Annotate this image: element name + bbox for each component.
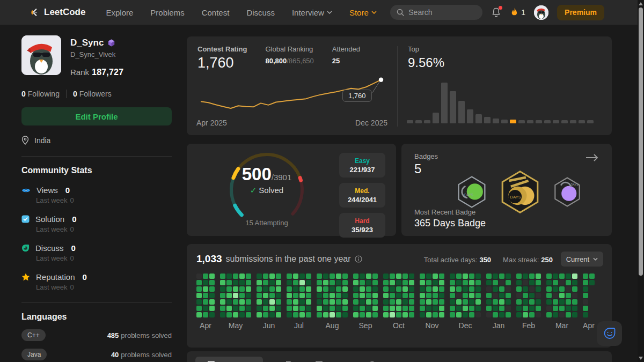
heatmap-cell	[209, 299, 215, 305]
heatmap-month-label: Aug	[317, 321, 348, 330]
arrow-right-icon[interactable]	[585, 153, 599, 162]
help-chat-button[interactable]	[597, 321, 622, 346]
nav-item-contest[interactable]: Contest	[202, 8, 230, 17]
heatmap-cell	[396, 280, 401, 285]
heatmap-cell	[463, 299, 468, 305]
heatmap-month: Sep	[353, 274, 378, 330]
heatmap-cell	[330, 306, 335, 311]
avatar-penguin-icon	[534, 5, 548, 20]
heatmap-cell	[589, 312, 595, 317]
heatmap-cell	[486, 286, 492, 292]
heatmap-cell	[306, 306, 311, 311]
nav-item-problems[interactable]: Problems	[150, 8, 184, 17]
heatmap-cell	[239, 306, 245, 311]
rating-line-chart[interactable]: 1,760	[196, 70, 387, 119]
hard-stat-box[interactable]: Hard 35/923	[339, 213, 385, 238]
heatmap-cell	[317, 293, 322, 298]
heatmap-cell	[409, 299, 414, 305]
365-days-badge-icon[interactable]: DAYS	[499, 169, 541, 215]
notifications-button[interactable]	[491, 7, 502, 18]
heatmap-cell	[475, 306, 481, 311]
streak-counter[interactable]: 1	[510, 8, 525, 18]
heatmap-cell	[342, 293, 348, 298]
range-dropdown[interactable]: Current	[561, 252, 603, 267]
active-days-value: 350	[479, 256, 491, 264]
global-ranking-block: Global Ranking 80,800/865,650	[265, 45, 313, 71]
heatmap-cell	[306, 293, 311, 298]
heatmap-cell	[366, 286, 371, 292]
heatmap-cell	[246, 312, 251, 317]
flame-icon	[510, 8, 518, 18]
heatmap-cell	[209, 286, 215, 292]
heatmap-cell	[220, 299, 225, 305]
heatmap-cell	[233, 274, 238, 279]
heatmap-cell	[336, 306, 341, 311]
chevron-down-icon	[327, 11, 332, 14]
nav-item-discuss[interactable]: Discuss	[246, 8, 275, 17]
community-stats-title: Community Stats	[21, 166, 172, 175]
scroll-up-arrow[interactable]	[639, 2, 643, 5]
heatmap-cell	[390, 312, 395, 317]
heatmap-cell	[402, 274, 408, 279]
leetcode-logo[interactable]: LeetCode	[29, 6, 85, 18]
heatmap-cell	[493, 312, 498, 317]
200-days-badge-icon[interactable]: DAYS	[553, 176, 582, 208]
nav-avatar[interactable]	[534, 5, 548, 20]
user-handle: D_Sync_Vivek	[70, 50, 123, 58]
heatmap-cell	[396, 306, 401, 311]
community-stat-views: Views0	[21, 186, 172, 195]
heatmap-cell	[336, 280, 341, 285]
nav-item-store[interactable]: Store	[349, 8, 377, 17]
nav-item-explore[interactable]: Explore	[106, 8, 133, 17]
followers-count[interactable]: 0Followers	[73, 90, 112, 98]
community-stat-reputation: Reputation0	[21, 272, 172, 282]
info-icon[interactable]	[355, 255, 362, 263]
heatmap-cell	[499, 306, 504, 311]
heatmap-cell	[263, 306, 268, 311]
heatmap-cell	[523, 280, 528, 285]
chart-x-axis: Apr 2025Dec 2025	[196, 119, 387, 127]
search-input[interactable]	[408, 8, 473, 17]
heatmap-cell	[566, 312, 571, 317]
scroll-down-arrow[interactable]	[639, 357, 643, 360]
heatmap-cell	[536, 280, 541, 285]
50-days-badge-icon[interactable]: DAYS	[456, 175, 487, 209]
scrollbar-thumb[interactable]	[639, 8, 643, 276]
profile-avatar	[21, 35, 61, 75]
heatmap-cell	[409, 293, 414, 298]
heatmap-cell	[439, 299, 444, 305]
heatmap-cell	[439, 306, 444, 311]
heatmap-cell	[529, 306, 535, 311]
premium-button[interactable]: Premium	[557, 5, 604, 20]
heatmap-month-label: Mar	[546, 321, 577, 330]
heatmap-cell	[402, 280, 408, 285]
nav-right-cluster: 1 Premium	[390, 5, 604, 20]
heatmap-cell	[546, 274, 552, 279]
heatmap-cell	[360, 280, 365, 285]
heatmap-cell	[450, 299, 455, 305]
edit-profile-button[interactable]: Edit Profile	[21, 107, 172, 125]
heatmap-cell	[559, 280, 565, 285]
heatmap-cell	[486, 293, 492, 298]
nav-item-interview[interactable]: Interview	[292, 8, 332, 17]
heatmap-cell	[196, 312, 202, 317]
heatmap-cell	[293, 280, 298, 285]
heatmap-cell	[257, 280, 262, 285]
heatmap-cell	[433, 293, 438, 298]
heatmap-cell	[493, 293, 498, 298]
heatmap-month: Mar	[546, 274, 577, 330]
heatmap-cell	[493, 299, 498, 305]
medium-stat-box[interactable]: Med. 244/2041	[339, 183, 385, 208]
search-bar[interactable]	[390, 5, 482, 20]
heatmap-cell	[233, 306, 238, 311]
heatmap-cell	[366, 293, 371, 298]
page-scrollbar[interactable]	[638, 0, 644, 362]
heatmap-cell	[456, 280, 462, 285]
heatmap-cell	[299, 306, 305, 311]
following-count[interactable]: 0Following	[21, 90, 60, 98]
tab-recent-ac[interactable]	[195, 357, 263, 362]
heatmap-cell	[336, 274, 341, 279]
easy-stat-box[interactable]: Easy 221/937	[339, 153, 385, 178]
heatmap-cell	[572, 274, 577, 279]
heatmap-month-label: Apr	[196, 321, 215, 330]
